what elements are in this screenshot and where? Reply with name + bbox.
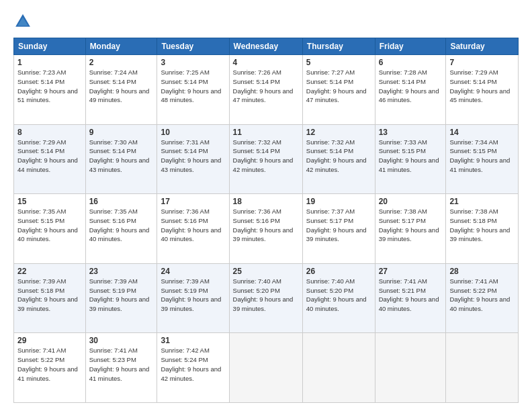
calendar-cell: 19Sunrise: 7:37 AMSunset: 5:17 PMDayligh…	[302, 194, 375, 264]
calendar-cell	[375, 333, 446, 403]
day-number: 26	[306, 267, 371, 276]
calendar-cell: 7Sunrise: 7:29 AMSunset: 5:14 PMDaylight…	[446, 55, 519, 125]
calendar-header-row: SundayMondayTuesdayWednesdayThursdayFrid…	[14, 38, 519, 55]
day-number: 7	[449, 58, 515, 67]
day-info: Sunrise: 7:34 AMSunset: 5:15 PMDaylight:…	[449, 138, 515, 175]
calendar-week-3: 15Sunrise: 7:35 AMSunset: 5:15 PMDayligh…	[14, 194, 519, 264]
day-info: Sunrise: 7:26 AMSunset: 5:14 PMDaylight:…	[233, 68, 299, 105]
logo	[13, 12, 36, 31]
calendar-cell: 12Sunrise: 7:32 AMSunset: 5:14 PMDayligh…	[302, 124, 375, 194]
day-number: 8	[17, 128, 82, 137]
day-number: 30	[89, 336, 154, 345]
calendar-cell: 23Sunrise: 7:39 AMSunset: 5:19 PMDayligh…	[85, 263, 157, 333]
calendar-cell: 3Sunrise: 7:25 AMSunset: 5:14 PMDaylight…	[157, 55, 229, 125]
calendar-cell: 25Sunrise: 7:40 AMSunset: 5:20 PMDayligh…	[229, 263, 302, 333]
day-number: 28	[449, 267, 515, 276]
day-info: Sunrise: 7:33 AMSunset: 5:15 PMDaylight:…	[379, 138, 443, 175]
day-number: 13	[379, 128, 443, 137]
calendar-cell: 16Sunrise: 7:35 AMSunset: 5:16 PMDayligh…	[85, 194, 157, 264]
calendar-header-friday: Friday	[375, 38, 446, 55]
day-info: Sunrise: 7:32 AMSunset: 5:14 PMDaylight:…	[306, 138, 371, 175]
calendar-week-4: 22Sunrise: 7:39 AMSunset: 5:18 PMDayligh…	[14, 263, 519, 333]
calendar-cell: 29Sunrise: 7:41 AMSunset: 5:22 PMDayligh…	[14, 333, 86, 403]
day-number: 4	[233, 58, 299, 67]
calendar-cell: 4Sunrise: 7:26 AMSunset: 5:14 PMDaylight…	[229, 55, 302, 125]
calendar-cell: 10Sunrise: 7:31 AMSunset: 5:14 PMDayligh…	[157, 124, 229, 194]
calendar-week-1: 1Sunrise: 7:23 AMSunset: 5:14 PMDaylight…	[14, 55, 519, 125]
logo-icon	[13, 12, 32, 31]
day-number: 6	[379, 58, 443, 67]
day-number: 3	[161, 58, 225, 67]
calendar-cell	[229, 333, 302, 403]
calendar-cell: 28Sunrise: 7:41 AMSunset: 5:22 PMDayligh…	[446, 263, 519, 333]
day-info: Sunrise: 7:41 AMSunset: 5:22 PMDaylight:…	[17, 346, 82, 383]
day-info: Sunrise: 7:23 AMSunset: 5:14 PMDaylight:…	[17, 68, 82, 105]
calendar-cell: 11Sunrise: 7:32 AMSunset: 5:14 PMDayligh…	[229, 124, 302, 194]
day-number: 14	[449, 128, 515, 137]
day-info: Sunrise: 7:41 AMSunset: 5:21 PMDaylight:…	[379, 277, 443, 314]
day-number: 10	[161, 128, 225, 137]
calendar-cell: 9Sunrise: 7:30 AMSunset: 5:14 PMDaylight…	[85, 124, 157, 194]
day-number: 21	[449, 197, 515, 206]
day-number: 27	[379, 267, 443, 276]
day-info: Sunrise: 7:36 AMSunset: 5:16 PMDaylight:…	[161, 207, 225, 244]
calendar-cell: 14Sunrise: 7:34 AMSunset: 5:15 PMDayligh…	[446, 124, 519, 194]
day-info: Sunrise: 7:29 AMSunset: 5:14 PMDaylight:…	[449, 68, 515, 105]
day-info: Sunrise: 7:37 AMSunset: 5:17 PMDaylight:…	[306, 207, 371, 244]
day-info: Sunrise: 7:27 AMSunset: 5:14 PMDaylight:…	[306, 68, 371, 105]
calendar-header-monday: Monday	[85, 38, 157, 55]
day-number: 22	[17, 267, 82, 276]
calendar-cell: 26Sunrise: 7:40 AMSunset: 5:20 PMDayligh…	[302, 263, 375, 333]
day-number: 19	[306, 197, 371, 206]
day-number: 20	[379, 197, 443, 206]
day-info: Sunrise: 7:42 AMSunset: 5:24 PMDaylight:…	[161, 346, 225, 383]
calendar-cell: 24Sunrise: 7:39 AMSunset: 5:19 PMDayligh…	[157, 263, 229, 333]
day-info: Sunrise: 7:30 AMSunset: 5:14 PMDaylight:…	[89, 138, 154, 175]
calendar-cell: 31Sunrise: 7:42 AMSunset: 5:24 PMDayligh…	[157, 333, 229, 403]
day-info: Sunrise: 7:39 AMSunset: 5:18 PMDaylight:…	[17, 277, 82, 314]
calendar-header-wednesday: Wednesday	[229, 38, 302, 55]
calendar-cell: 13Sunrise: 7:33 AMSunset: 5:15 PMDayligh…	[375, 124, 446, 194]
calendar-cell: 6Sunrise: 7:28 AMSunset: 5:14 PMDaylight…	[375, 55, 446, 125]
calendar-cell: 22Sunrise: 7:39 AMSunset: 5:18 PMDayligh…	[14, 263, 86, 333]
day-info: Sunrise: 7:25 AMSunset: 5:14 PMDaylight:…	[161, 68, 225, 105]
day-number: 18	[233, 197, 299, 206]
day-info: Sunrise: 7:39 AMSunset: 5:19 PMDaylight:…	[89, 277, 154, 314]
calendar-header-saturday: Saturday	[446, 38, 519, 55]
day-number: 15	[17, 197, 82, 206]
day-number: 17	[161, 197, 225, 206]
day-info: Sunrise: 7:39 AMSunset: 5:19 PMDaylight:…	[161, 277, 225, 314]
calendar-header-thursday: Thursday	[302, 38, 375, 55]
day-info: Sunrise: 7:31 AMSunset: 5:14 PMDaylight:…	[161, 138, 225, 175]
day-number: 25	[233, 267, 299, 276]
day-info: Sunrise: 7:38 AMSunset: 5:18 PMDaylight:…	[449, 207, 515, 244]
day-number: 23	[89, 267, 154, 276]
day-number: 12	[306, 128, 371, 137]
day-info: Sunrise: 7:35 AMSunset: 5:15 PMDaylight:…	[17, 207, 82, 244]
calendar-cell: 30Sunrise: 7:41 AMSunset: 5:23 PMDayligh…	[85, 333, 157, 403]
day-number: 1	[17, 58, 82, 67]
calendar-cell: 27Sunrise: 7:41 AMSunset: 5:21 PMDayligh…	[375, 263, 446, 333]
calendar-week-2: 8Sunrise: 7:29 AMSunset: 5:14 PMDaylight…	[14, 124, 519, 194]
calendar-cell	[302, 333, 375, 403]
page: SundayMondayTuesdayWednesdayThursdayFrid…	[0, 0, 532, 411]
header	[13, 12, 519, 31]
day-info: Sunrise: 7:35 AMSunset: 5:16 PMDaylight:…	[89, 207, 154, 244]
calendar-week-5: 29Sunrise: 7:41 AMSunset: 5:22 PMDayligh…	[14, 333, 519, 403]
calendar-cell	[446, 333, 519, 403]
day-info: Sunrise: 7:38 AMSunset: 5:17 PMDaylight:…	[379, 207, 443, 244]
calendar-table: SundayMondayTuesdayWednesdayThursdayFrid…	[13, 38, 519, 403]
day-info: Sunrise: 7:36 AMSunset: 5:16 PMDaylight:…	[233, 207, 299, 244]
calendar-cell: 1Sunrise: 7:23 AMSunset: 5:14 PMDaylight…	[14, 55, 86, 125]
day-info: Sunrise: 7:29 AMSunset: 5:14 PMDaylight:…	[17, 138, 82, 175]
calendar-cell: 21Sunrise: 7:38 AMSunset: 5:18 PMDayligh…	[446, 194, 519, 264]
calendar-header-tuesday: Tuesday	[157, 38, 229, 55]
day-number: 29	[17, 336, 82, 345]
calendar-cell: 17Sunrise: 7:36 AMSunset: 5:16 PMDayligh…	[157, 194, 229, 264]
day-number: 9	[89, 128, 154, 137]
calendar-cell: 18Sunrise: 7:36 AMSunset: 5:16 PMDayligh…	[229, 194, 302, 264]
day-info: Sunrise: 7:28 AMSunset: 5:14 PMDaylight:…	[379, 68, 443, 105]
calendar-cell: 2Sunrise: 7:24 AMSunset: 5:14 PMDaylight…	[85, 55, 157, 125]
day-info: Sunrise: 7:41 AMSunset: 5:23 PMDaylight:…	[89, 346, 154, 383]
day-number: 5	[306, 58, 371, 67]
